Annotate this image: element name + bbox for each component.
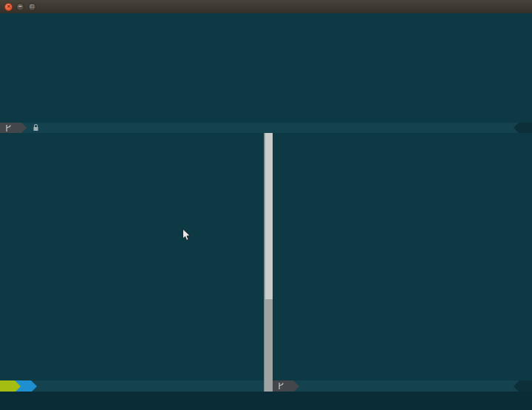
separator-arrow-icon [31, 380, 37, 392]
diff-window-index[interactable] [0, 133, 264, 380]
command-line[interactable] [0, 392, 532, 410]
git-branch-icon [5, 124, 12, 132]
title-bar: × − □ [0, 0, 532, 13]
branch-segment [0, 123, 21, 133]
minimize-button-icon[interactable]: − [16, 3, 24, 11]
scrollbar-thumb[interactable] [265, 133, 273, 299]
close-button-icon[interactable]: × [4, 3, 13, 11]
separator-chevron-icon [514, 123, 519, 133]
statusline-worktree [273, 380, 532, 392]
separator-arrow-icon [293, 380, 299, 392]
branch-segment [273, 380, 293, 392]
statusline-index-preview [0, 123, 532, 133]
gvim-window: { "window": { "title": "vim fugitive:///… [0, 0, 532, 410]
cursor-position-segment [519, 123, 532, 133]
git-status [21, 380, 31, 392]
mouse-pointer-icon [182, 228, 191, 242]
git-branch-icon [278, 382, 284, 390]
vertical-scrollbar[interactable] [264, 133, 273, 392]
fugitive-status-window[interactable] [0, 13, 532, 123]
diff-window-worktree[interactable] [273, 133, 532, 380]
separator-arrow-icon [21, 123, 27, 133]
git-segment [15, 380, 31, 392]
window-buttons: × − □ [4, 3, 36, 11]
separator-chevron-icon [514, 381, 519, 392]
statusline-active [0, 380, 264, 392]
cursor-position-segment [519, 380, 532, 392]
maximize-button-icon[interactable]: □ [28, 3, 36, 11]
readonly-lock-icon [33, 124, 39, 131]
separator-arrow-icon [15, 380, 21, 392]
mode-segment [0, 380, 15, 392]
